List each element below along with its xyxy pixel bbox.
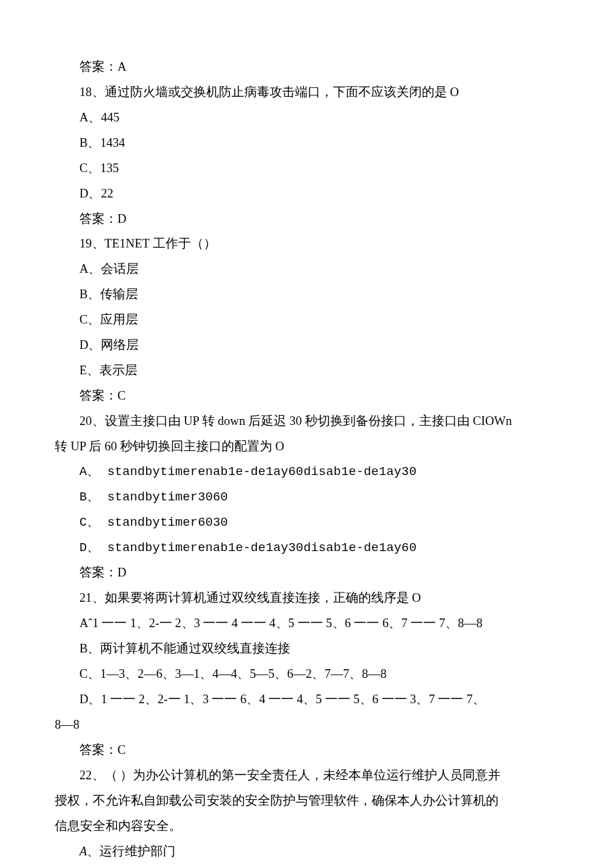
text-line: C、1—3、2—6、3—1、4—4、5—5、6—2、7—7、8—8 — [55, 662, 559, 687]
text-line: 转 UP 后 60 秒钟切换回主接口的配置为 O — [55, 434, 559, 460]
text-line: B、传输层 — [55, 282, 559, 308]
text-line: 8—8 — [55, 713, 559, 738]
text-line: C、135 — [55, 156, 559, 181]
text-line: B、1434 — [55, 131, 559, 156]
text-line: 22、（ ）为办公计算机的第一安全责任人，未经本单位运行维护人员同意并 — [55, 763, 559, 789]
text-line: 21、如果要将两计算机通过双绞线直接连接，正确的线序是 O — [55, 586, 559, 611]
text-line: 答案：C — [55, 384, 559, 409]
text-line: 信息安全和内容安全。 — [55, 814, 559, 839]
text-line: C、应用层 — [55, 308, 559, 333]
text-line: 18、通过防火墙或交换机防止病毒攻击端口，下面不应该关闭的是 O — [55, 80, 559, 105]
text-line: C、 standbytimer6030 — [55, 510, 559, 536]
text-line: A、会话层 — [55, 257, 559, 282]
text-line: D、 standbytimerenab1e-de1ay30disab1e-de1… — [55, 536, 559, 561]
text-line: A、 standbytimerenab1e-de1ay60disab1e-de1… — [55, 460, 559, 485]
text-line: D、网络层 — [55, 333, 559, 358]
text-line: 答案：D — [55, 560, 559, 586]
text-line: 答案：C — [55, 738, 559, 763]
text-line: B、两计算机不能通过双绞线直接连接 — [55, 636, 559, 662]
text-line: 答案：D — [55, 207, 559, 232]
text-line: 19、TE1NET 工作于（） — [55, 232, 559, 257]
text-line: B、 standbytimer3060 — [55, 485, 559, 510]
text-line: Aˆ1 一一 1、2-一 2、3 一一 4 一一 4、5 一一 5、6 一一 6… — [55, 611, 559, 636]
text-line: 授权，不允许私自卸载公司安装的安全防护与管理软件，确保本人办公计算机的 — [55, 789, 559, 814]
text-line: D、22 — [55, 181, 559, 207]
text-line: A、445 — [55, 105, 559, 131]
text-line: B、调度 — [55, 865, 559, 869]
document-page: 答案：A18、通过防火墙或交换机防止病毒攻击端口，下面不应该关闭的是 OA、44… — [0, 0, 614, 868]
text-line: A、运行维护部门 — [55, 839, 559, 865]
text-line: D、1 一一 2、2-一 1、3 一一 6、4 一一 4、5 一一 5、6 一一… — [55, 687, 559, 713]
text-line: 答案：A — [55, 55, 559, 80]
text-line: E、表示层 — [55, 358, 559, 384]
document-body: 答案：A18、通过防火墙或交换机防止病毒攻击端口，下面不应该关闭的是 OA、44… — [55, 55, 559, 868]
text-line: 20、设置主接口由 UP 转 down 后延迟 30 秒切换到备份接口，主接口由… — [55, 409, 559, 434]
italic-letter: A — [79, 845, 87, 858]
